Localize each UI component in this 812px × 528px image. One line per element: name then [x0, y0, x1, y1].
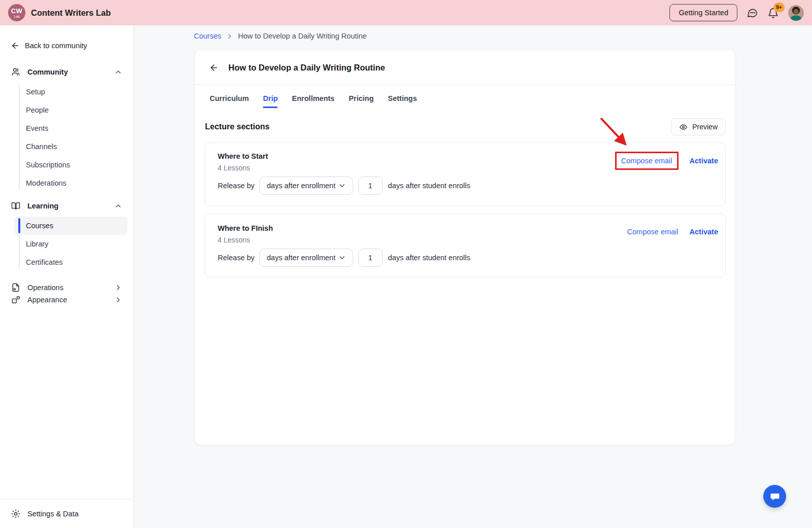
settings-and-data-label: Settings & Data [27, 510, 79, 518]
sidebar-group-community-header[interactable]: Community [0, 66, 133, 78]
breadcrumb: Courses How to Develop a Daily Writing R… [194, 32, 367, 40]
sidebar-item-operations-label: Operations [27, 284, 63, 292]
eye-icon [679, 123, 688, 131]
sidebar-item-appearance-label: Appearance [27, 296, 67, 304]
course-title: How to Develop a Daily Writing Routine [228, 63, 385, 73]
sidebar-group-community-label: Community [27, 68, 68, 76]
chevron-right-icon [114, 284, 122, 292]
sidebar-item-courses[interactable]: Courses [14, 217, 127, 235]
sidebar-item-appearance[interactable]: Appearance [0, 294, 133, 306]
user-avatar[interactable] [788, 5, 804, 21]
chat-widget-button[interactable] [763, 485, 786, 508]
brand-name: Content Writers Lab [31, 8, 111, 18]
tab-settings[interactable]: Settings [388, 85, 417, 112]
notifications-bell-icon[interactable]: 9+ [767, 7, 779, 19]
learning-book-icon [11, 201, 21, 211]
drip-tab-content: Lecture sections Preview Where to Start … [194, 112, 735, 277]
activate-link[interactable]: Activate [690, 228, 718, 236]
section-lesson-count: 4 Lessons [218, 236, 718, 244]
breadcrumb-courses-link[interactable]: Courses [194, 32, 221, 40]
course-card: How to Develop a Daily Writing Routine C… [194, 49, 736, 445]
lecture-section-where-to-finish: Where to FInish 4 Lessons Release by day… [205, 214, 726, 277]
sidebar-item-moderations[interactable]: Moderations [14, 174, 127, 192]
compose-email-highlight-box: Compose email [615, 152, 679, 170]
release-by-select[interactable]: days after enrollment [259, 249, 353, 267]
chevron-down-icon [338, 254, 346, 262]
preview-button[interactable]: Preview [671, 118, 726, 135]
chevron-down-icon [338, 182, 346, 190]
lecture-sections-heading: Lecture sections [205, 122, 269, 131]
sidebar-item-subscriptions[interactable]: Subscriptions [14, 156, 127, 174]
sidebar-community-items: Setup People Events Channels Subscriptio… [0, 83, 133, 192]
community-people-icon [11, 67, 21, 77]
chevron-up-icon [114, 68, 122, 76]
sidebar-item-setup[interactable]: Setup [14, 83, 127, 101]
sidebar-group-community: Community Setup People Events Channels S… [0, 66, 133, 192]
app-header: CW Lab Content Writers Lab Getting Start… [0, 0, 812, 25]
tab-pricing[interactable]: Pricing [349, 85, 374, 112]
course-tabs: Curriculum Drip Enrollments Pricing Sett… [194, 85, 735, 112]
release-by-label: Release by [218, 254, 255, 262]
getting-started-button[interactable]: Getting Started [669, 4, 737, 21]
release-by-label: Release by [218, 182, 255, 190]
release-by-select[interactable]: days after enrollment [259, 177, 353, 195]
brand-logo-sub: Lab [14, 15, 20, 18]
days-input[interactable] [358, 249, 383, 267]
operations-file-icon [11, 283, 21, 293]
sidebar-item-operations[interactable]: Operations [0, 281, 133, 294]
tab-drip[interactable]: Drip [263, 85, 278, 112]
compose-email-link[interactable]: Compose email [627, 228, 679, 236]
back-to-community-label: Back to community [25, 42, 87, 50]
sidebar-item-events[interactable]: Events [14, 119, 127, 137]
settings-and-data-link[interactable]: Settings & Data [0, 499, 133, 528]
release-by-selected-option: days after enrollment [267, 182, 335, 190]
chat-bubble-icon [769, 491, 781, 502]
preview-button-label: Preview [692, 123, 718, 131]
sidebar-item-channels[interactable]: Channels [14, 137, 127, 156]
chevron-up-icon [114, 202, 122, 210]
sidebar-item-certificates[interactable]: Certificates [14, 253, 127, 271]
sidebar-group-learning-header[interactable]: Learning [0, 200, 133, 212]
course-title-row: How to Develop a Daily Writing Routine [194, 50, 735, 85]
sidebar-learning-items: Courses Library Certificates [0, 217, 133, 271]
notifications-badge: 9+ [773, 3, 785, 12]
compose-email-link[interactable]: Compose email [621, 157, 672, 165]
breadcrumb-current: How to Develop a Daily Writing Routine [238, 32, 367, 40]
sidebar-group-learning-label: Learning [27, 202, 58, 210]
days-suffix-label: days after student enrolls [388, 254, 470, 262]
tab-curriculum[interactable]: Curriculum [210, 85, 249, 112]
messages-icon[interactable] [747, 7, 758, 19]
tab-enrollments[interactable]: Enrollments [292, 85, 334, 112]
sidebar-item-library[interactable]: Library [14, 235, 127, 253]
back-arrow-button[interactable] [209, 63, 219, 73]
activate-link[interactable]: Activate [690, 157, 718, 165]
sidebar: Back to community Community Setup People… [0, 25, 134, 528]
days-input[interactable] [358, 177, 383, 195]
appearance-blocks-icon [11, 295, 21, 305]
brand-logo[interactable]: CW Lab [8, 4, 25, 21]
gear-icon [11, 509, 21, 519]
back-to-community-link[interactable]: Back to community [11, 41, 123, 51]
brand-logo-initials: CW [11, 8, 22, 14]
sidebar-item-people[interactable]: People [14, 101, 127, 119]
arrow-left-icon [11, 41, 20, 50]
release-by-selected-option: days after enrollment [267, 254, 335, 262]
sidebar-group-learning: Learning Courses Library Certificates [0, 200, 133, 271]
main-content: Courses How to Develop a Daily Writing R… [134, 25, 812, 528]
chevron-right-icon [226, 32, 233, 40]
days-suffix-label: days after student enrolls [388, 182, 470, 190]
chevron-right-icon [114, 296, 122, 304]
lecture-section-where-to-start: Where to Start 4 Lessons Release by days… [205, 143, 726, 206]
